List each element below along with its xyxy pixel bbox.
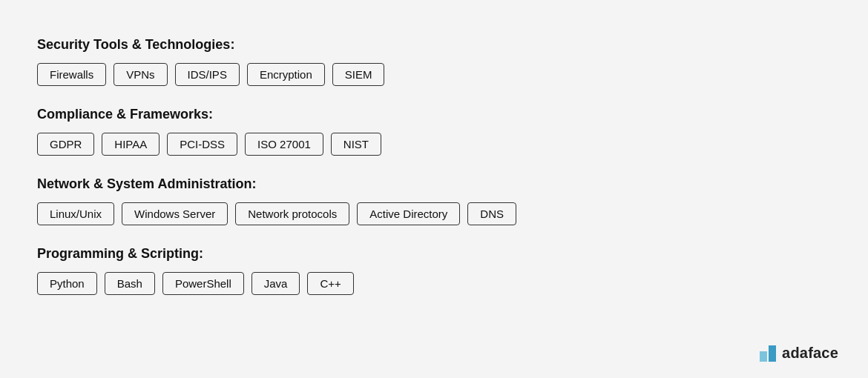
tag-ids-ips: IDS/IPS <box>175 63 240 86</box>
svg-rect-0 <box>760 351 767 362</box>
section-network-system: Network & System Administration:Linux/Un… <box>37 176 831 225</box>
tag-vpns: VPNs <box>114 63 167 86</box>
tag-windows-server: Windows Server <box>122 202 228 225</box>
tag-c--: C++ <box>307 272 353 295</box>
tag-bash: Bash <box>105 272 155 295</box>
tags-network-system: Linux/UnixWindows ServerNetwork protocol… <box>37 202 831 225</box>
tags-compliance: GDPRHIPAAPCI-DSSISO 27001NIST <box>37 133 831 156</box>
tags-programming: PythonBashPowerShellJavaC++ <box>37 272 831 295</box>
tag-siem: SIEM <box>332 63 385 86</box>
section-programming: Programming & Scripting:PythonBashPowerS… <box>37 246 831 295</box>
tag-iso-27001: ISO 27001 <box>245 133 323 156</box>
section-security-tools: Security Tools & Technologies:FirewallsV… <box>37 37 831 86</box>
section-compliance: Compliance & Frameworks:GDPRHIPAAPCI-DSS… <box>37 107 831 156</box>
section-title-security-tools: Security Tools & Technologies: <box>37 37 831 53</box>
section-title-programming: Programming & Scripting: <box>37 246 831 262</box>
svg-rect-1 <box>769 345 776 362</box>
tag-encryption: Encryption <box>247 63 325 86</box>
tag-gdpr: GDPR <box>37 133 94 156</box>
tag-python: Python <box>37 272 97 295</box>
tag-hipaa: HIPAA <box>102 133 160 156</box>
section-title-network-system: Network & System Administration: <box>37 176 831 192</box>
section-title-compliance: Compliance & Frameworks: <box>37 107 831 122</box>
tag-nist: NIST <box>331 133 381 156</box>
logo-text: adaface <box>782 345 838 362</box>
tag-powershell: PowerShell <box>162 272 244 295</box>
logo-area: adaface <box>760 345 838 362</box>
tag-pci-dss: PCI-DSS <box>167 133 237 156</box>
tag-active-directory: Active Directory <box>357 202 460 225</box>
tag-java: Java <box>251 272 300 295</box>
tag-dns: DNS <box>467 202 516 225</box>
tags-security-tools: FirewallsVPNsIDS/IPSEncryptionSIEM <box>37 63 831 86</box>
adaface-logo-icon <box>760 345 776 362</box>
tag-firewalls: Firewalls <box>37 63 106 86</box>
tag-network-protocols: Network protocols <box>235 202 349 225</box>
tag-linux-unix: Linux/Unix <box>37 202 114 225</box>
main-content: Security Tools & Technologies:FirewallsV… <box>0 0 868 345</box>
